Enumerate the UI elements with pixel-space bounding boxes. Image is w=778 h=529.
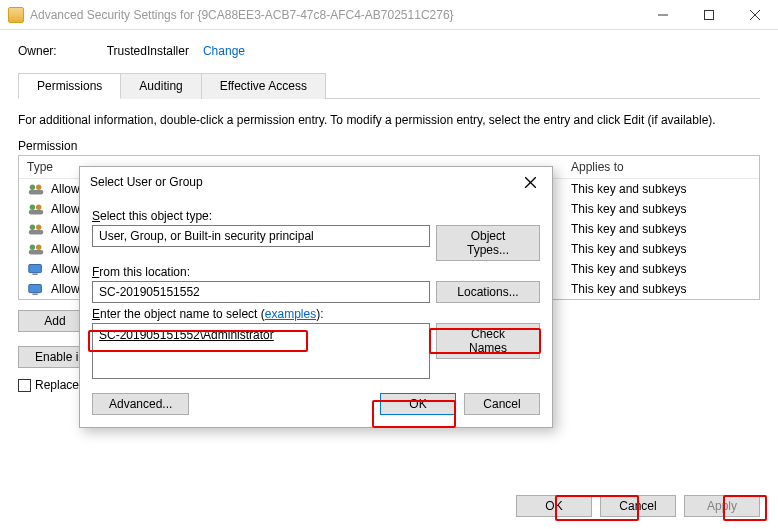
info-text: For additional information, double-click… <box>18 113 760 127</box>
svg-point-7 <box>30 205 35 210</box>
owner-value: TrustedInstaller <box>107 44 189 58</box>
folder-icon <box>8 7 24 23</box>
replace-checkbox[interactable] <box>18 379 31 392</box>
object-type-label: Select this object type: <box>92 209 540 223</box>
svg-point-5 <box>36 185 41 190</box>
location-field: SC-201905151552 <box>92 281 430 303</box>
users-icon <box>27 221 47 237</box>
object-type-field: User, Group, or Built-in security princi… <box>92 225 430 247</box>
entry-applies: This key and subkeys <box>571 182 751 196</box>
svg-point-14 <box>36 245 41 250</box>
svg-point-10 <box>30 225 35 230</box>
users-icon <box>27 181 47 197</box>
svg-point-8 <box>36 205 41 210</box>
svg-rect-17 <box>32 274 37 275</box>
entry-applies: This key and subkeys <box>571 222 751 236</box>
entry-applies: This key and subkeys <box>571 202 751 216</box>
object-types-button[interactable]: Object Types... <box>436 225 540 261</box>
footer-buttons: OK Cancel Apply <box>516 495 760 517</box>
computer-icon <box>27 261 47 277</box>
svg-rect-9 <box>29 210 43 215</box>
titlebar: Advanced Security Settings for {9CA88EE3… <box>0 0 778 30</box>
object-name-label: Enter the object name to select (example… <box>92 307 540 321</box>
examples-link[interactable]: examples <box>265 307 316 321</box>
advanced-button[interactable]: Advanced... <box>92 393 189 415</box>
users-icon <box>27 241 47 257</box>
tab-permissions[interactable]: Permissions <box>18 73 121 99</box>
entry-applies: This key and subkeys <box>571 242 751 256</box>
cancel-button[interactable]: Cancel <box>600 495 676 517</box>
tab-effective-access[interactable]: Effective Access <box>201 73 326 99</box>
ok-button[interactable]: OK <box>516 495 592 517</box>
users-icon <box>27 201 47 217</box>
dialog-title: Select User or Group <box>90 175 516 189</box>
dialog-close-button[interactable] <box>516 171 544 193</box>
entry-applies: This key and subkeys <box>571 262 751 276</box>
svg-rect-16 <box>29 265 42 273</box>
close-button[interactable] <box>732 0 778 30</box>
owner-label: Owner: <box>18 44 57 58</box>
svg-rect-19 <box>32 294 37 295</box>
check-names-button[interactable]: Check Names <box>436 323 540 359</box>
svg-rect-18 <box>29 285 42 293</box>
change-owner-link[interactable]: Change <box>203 44 245 58</box>
minimize-button[interactable] <box>640 0 686 30</box>
column-applies[interactable]: Applies to <box>571 160 751 174</box>
svg-point-11 <box>36 225 41 230</box>
location-label: From this location: <box>92 265 540 279</box>
svg-point-4 <box>30 185 35 190</box>
computer-icon <box>27 281 47 297</box>
entry-applies: This key and subkeys <box>571 282 751 296</box>
select-user-dialog: Select User or Group Select this object … <box>79 166 553 428</box>
permission-entries-label: Permission <box>18 139 760 153</box>
svg-rect-1 <box>705 10 714 19</box>
maximize-button[interactable] <box>686 0 732 30</box>
svg-rect-12 <box>29 230 43 235</box>
dialog-ok-button[interactable]: OK <box>380 393 456 415</box>
window-title: Advanced Security Settings for {9CA88EE3… <box>30 8 640 22</box>
tabs: Permissions Auditing Effective Access <box>18 72 760 99</box>
tab-auditing[interactable]: Auditing <box>120 73 201 99</box>
apply-button[interactable]: Apply <box>684 495 760 517</box>
svg-rect-6 <box>29 190 43 195</box>
object-name-input[interactable]: SC-201905151552\Administrator <box>92 323 430 379</box>
svg-rect-15 <box>29 250 43 255</box>
svg-point-13 <box>30 245 35 250</box>
locations-button[interactable]: Locations... <box>436 281 540 303</box>
dialog-cancel-button[interactable]: Cancel <box>464 393 540 415</box>
